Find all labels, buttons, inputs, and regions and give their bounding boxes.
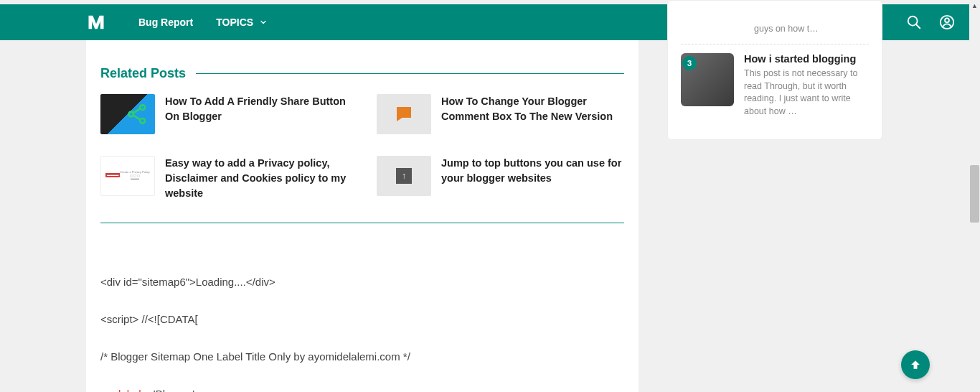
rank-badge: 3 <box>682 56 697 70</box>
related-post-item[interactable]: ↑ Jump to top buttons you can use for yo… <box>377 156 624 201</box>
svg-line-1 <box>916 24 920 29</box>
scrollbar[interactable]: ▲ <box>969 0 980 392</box>
sidebar-post-body: How i started blogging This post is not … <box>744 53 869 118</box>
account-button[interactable] <box>939 14 955 30</box>
divider-line <box>196 73 624 74</box>
main-content: Related Posts How To Add A Friendly Shar… <box>86 40 639 392</box>
code-line: <div id="sitemap6">Loading....</div> <box>100 274 624 291</box>
chevron-down-icon <box>259 18 268 27</box>
scroll-to-top-button[interactable] <box>901 350 930 379</box>
post-title: Easy way to add a Privacy policy, Discla… <box>165 156 348 201</box>
code-line: var label = 'Blogger'; <box>100 386 624 392</box>
related-post-item[interactable]: How To Add A Friendly Share Button On Bl… <box>100 94 348 134</box>
sidebar-post-item[interactable]: guys on how t… <box>681 1 869 44</box>
nav-bug-report[interactable]: Bug Report <box>138 17 193 28</box>
sidebar-post-thumbnail: 3 <box>681 53 734 106</box>
code-line: /* Blogger Sitemap One Label Title Only … <box>100 348 624 365</box>
sidebar-post-excerpt: guys on how t… <box>754 23 869 36</box>
user-circle-icon <box>939 14 955 30</box>
scrollbar-thumb[interactable] <box>970 165 979 223</box>
search-button[interactable] <box>906 14 922 30</box>
arrow-up-icon: ↑ <box>396 168 412 184</box>
code-rest: = 'Blogger'; <box>141 388 198 392</box>
nav-topics[interactable]: TOPICS <box>216 17 268 28</box>
topbar-right <box>906 14 955 30</box>
related-post-item[interactable]: How To Change Your Blogger Comment Box T… <box>377 94 624 134</box>
post-thumbnail <box>100 94 155 134</box>
code-snippet: <div id="sitemap6">Loading....</div> <sc… <box>100 274 624 392</box>
post-title: How To Add A Friendly Share Button On Bl… <box>165 94 348 134</box>
code-line: <script> //<![CDATA[ <box>100 311 624 328</box>
post-thumbnail <box>377 94 431 134</box>
code-keyword: var label <box>100 388 141 392</box>
post-title: Jump to top buttons you can use for your… <box>441 156 624 201</box>
svg-line-8 <box>133 115 141 120</box>
comment-icon <box>393 103 415 125</box>
post-title: How To Change Your Blogger Comment Box T… <box>441 94 624 134</box>
scrollbar-up-arrow[interactable]: ▲ <box>969 0 980 11</box>
arrow-up-icon <box>908 358 923 372</box>
svg-line-7 <box>133 108 141 113</box>
related-posts-heading: Related Posts <box>100 66 186 81</box>
post-thumbnail: ↑ <box>377 156 431 196</box>
related-post-item[interactable]: ▬▬▬▬ Create a Privacy Policy▢ ▢ ▢▬▬▬ Eas… <box>100 156 348 201</box>
sidebar-post-excerpt: This post is not necessary to read Throu… <box>744 67 869 118</box>
svg-point-3 <box>945 18 949 22</box>
sidebar-post-title: How i started blogging <box>744 53 869 65</box>
sidebar-post-item[interactable]: 3 How i started blogging This post is no… <box>681 44 869 126</box>
popular-posts-sidebar: guys on how t… 3 How i started blogging … <box>667 0 882 140</box>
search-icon <box>906 14 922 30</box>
related-posts-grid: How To Add A Friendly Share Button On Bl… <box>100 94 624 223</box>
site-logo[interactable] <box>86 12 106 32</box>
nav-topics-label: TOPICS <box>216 17 253 28</box>
share-icon <box>126 103 149 126</box>
post-thumbnail: ▬▬▬▬ Create a Privacy Policy▢ ▢ ▢▬▬▬ <box>100 156 155 196</box>
related-posts-header: Related Posts <box>100 55 624 81</box>
